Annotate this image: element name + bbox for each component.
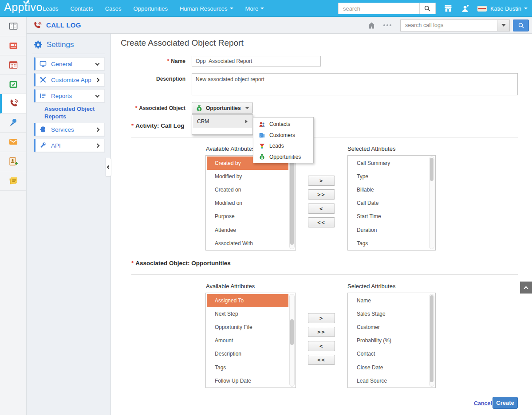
list-item[interactable]: Next Step: [207, 307, 288, 321]
rail-item-notes[interactable]: [0, 171, 26, 191]
user-avatar[interactable]: [477, 6, 487, 12]
money-bag-icon: $: [259, 153, 265, 160]
menu-item-human-resources[interactable]: Human Resources: [180, 5, 233, 12]
submenu-option-leads[interactable]: Leads: [253, 141, 313, 152]
submenu-option-customers[interactable]: Customers: [253, 130, 313, 141]
logo-leaf-icon: [23, 0, 30, 4]
associated-object-dropdown[interactable]: $ Opportunities: [192, 102, 253, 114]
settings-subitem-associated-object-reports[interactable]: Associated Object Reports: [44, 105, 109, 120]
page-title: Create Associated Object Report: [121, 38, 244, 48]
list-item[interactable]: Name: [349, 294, 428, 307]
settings-item-api[interactable]: API: [34, 139, 105, 152]
list-item[interactable]: Close Date: [349, 360, 428, 374]
list-item[interactable]: Created on: [207, 183, 288, 196]
search-icon: [424, 5, 431, 12]
list-item[interactable]: Associated With: [207, 237, 288, 250]
menu-group-crm[interactable]: CRM: [193, 115, 252, 128]
scrollbar-thumb[interactable]: [290, 319, 294, 345]
move-all-right-button[interactable]: >>: [308, 327, 335, 337]
user-menu[interactable]: Katie Dustin: [490, 5, 528, 12]
menu-item-leads[interactable]: Leads: [43, 5, 58, 12]
cancel-link[interactable]: Cancel: [474, 400, 492, 407]
rail-item-feeds[interactable]: [0, 36, 26, 56]
selected-attributes-label: Selected Attributes: [347, 283, 395, 290]
scrollbar[interactable]: [289, 157, 295, 249]
rail-item-calendar[interactable]: [0, 55, 26, 75]
home-button[interactable]: [367, 21, 376, 30]
move-all-right-button[interactable]: >>: [308, 189, 335, 200]
store-icon: [443, 4, 453, 13]
leads-funnel-icon: [259, 143, 265, 149]
scrollbar-thumb[interactable]: [430, 158, 433, 181]
submenu-option-contacts[interactable]: Contacts: [253, 119, 313, 130]
rail-item-news-feed[interactable]: [0, 17, 26, 36]
create-button[interactable]: Create: [493, 397, 518, 409]
overflow-menu-icon[interactable]: [383, 24, 391, 26]
rail-item-tasks[interactable]: [0, 75, 26, 94]
collapse-panel-handle[interactable]: [106, 158, 111, 176]
chevron-right-icon: [95, 143, 100, 148]
move-all-left-button[interactable]: <<: [308, 217, 335, 227]
list-item[interactable]: Tags: [207, 360, 288, 374]
move-right-button[interactable]: >: [308, 176, 335, 186]
list-item[interactable]: Assigned To: [207, 294, 288, 307]
submenu-option-opportunities[interactable]: $ Opportunities: [253, 152, 313, 163]
store-button[interactable]: [443, 4, 453, 13]
rail-item-emails[interactable]: [0, 133, 26, 152]
list-item[interactable]: Tags: [349, 237, 428, 250]
move-right-button[interactable]: >: [308, 313, 335, 323]
list-item[interactable]: Amount: [207, 334, 288, 347]
settings-item-services[interactable]: Services: [34, 123, 105, 136]
scrollbar[interactable]: [429, 157, 434, 249]
name-field[interactable]: [192, 56, 321, 67]
list-item[interactable]: Lead Source: [349, 374, 428, 388]
chevron-down-icon: [95, 61, 100, 66]
list-item[interactable]: Start Time: [349, 210, 428, 223]
list-item[interactable]: Duration: [349, 223, 428, 236]
settings-item-reports[interactable]: Reports: [34, 89, 105, 102]
app-search-button[interactable]: [513, 20, 529, 31]
menu-item-more[interactable]: More: [245, 5, 264, 12]
scrollbar[interactable]: [429, 294, 434, 387]
main-menu: Leads Contacts Cases Opportunities Human…: [43, 0, 264, 17]
list-item[interactable]: Sales Stage: [349, 307, 428, 321]
menu-item-cases[interactable]: Cases: [105, 5, 122, 12]
scrollbar[interactable]: [289, 294, 295, 387]
list-item[interactable]: Follow Up Date: [207, 374, 288, 388]
global-search-button[interactable]: [419, 3, 436, 14]
list-item[interactable]: Billable: [349, 183, 428, 196]
list-item[interactable]: Call Summary: [349, 157, 428, 170]
move-left-button[interactable]: <: [308, 341, 335, 351]
scroll-to-top-button[interactable]: [520, 282, 532, 294]
list-items: Created byModified byCreated onModified …: [207, 157, 288, 249]
move-left-button[interactable]: <: [308, 204, 335, 214]
move-all-left-button[interactable]: <<: [308, 355, 335, 365]
settings-item-general[interactable]: General: [34, 57, 105, 70]
list-item[interactable]: Modified on: [207, 196, 288, 210]
rail-item-follow-ups[interactable]: [0, 114, 26, 133]
list-item[interactable]: Type: [349, 170, 428, 183]
global-search-input[interactable]: [338, 3, 419, 14]
menu-item-opportunities[interactable]: Opportunities: [134, 5, 168, 12]
scrollbar-thumb[interactable]: [290, 158, 294, 245]
menu-item-contacts[interactable]: Contacts: [70, 5, 93, 12]
list-item[interactable]: Contact: [349, 347, 428, 360]
list-item[interactable]: Call Date: [349, 196, 428, 210]
rail-item-contact-card[interactable]: [0, 152, 26, 172]
scrollbar-thumb[interactable]: [430, 295, 433, 382]
list-item[interactable]: Attendee: [207, 223, 288, 236]
user-status-button[interactable]: [461, 4, 470, 13]
list-item[interactable]: Opportunity File: [207, 321, 288, 334]
rail-item-call-log[interactable]: [0, 94, 26, 114]
description-field[interactable]: New associated object report: [192, 73, 518, 95]
app-search-input[interactable]: [400, 20, 497, 31]
settings-item-customize-app[interactable]: Customize App: [34, 73, 105, 86]
customers-icon: [259, 132, 265, 138]
list-item[interactable]: Description: [207, 347, 288, 360]
api-icon: [39, 142, 47, 149]
search-options-button[interactable]: [497, 20, 510, 31]
list-item[interactable]: Probability (%): [349, 334, 428, 347]
list-item[interactable]: Purpose: [207, 210, 288, 223]
list-item[interactable]: Modified by: [207, 170, 288, 183]
list-item[interactable]: Customer: [349, 321, 428, 334]
